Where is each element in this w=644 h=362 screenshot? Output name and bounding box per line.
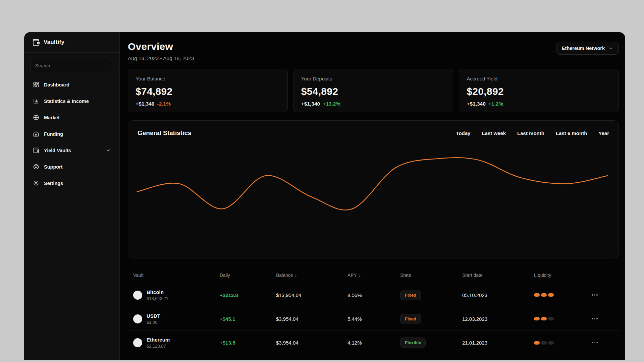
apy-value: 5.44% [347,316,400,322]
date-range: Aug 13, 2023 - Aug 18, 2023 [128,55,194,61]
start-date: 05.10.2023 [462,292,534,298]
globe-icon [33,114,39,121]
accrued-yield-card: Accrued Yield $20,892 +$1,340 +1.2% [459,69,619,112]
network-selector-button[interactable]: Ethereum Network [556,42,619,55]
asset-name: USDT [147,313,160,319]
column-header-liquidity: Liquidity [534,273,592,278]
brand-name: Vaultify [44,39,64,46]
card-change-pct: +1.2% [488,101,503,107]
sort-down-icon: ↓ [295,273,297,278]
column-header-vault: Vault [133,273,220,278]
start-date: 12.03.2023 [462,316,534,322]
state-badge: Fixed [400,314,421,324]
life-buoy-icon [33,164,39,170]
page-title: Overview [128,41,194,52]
vaults-table: Vault Daily Balance↓ APY↓ State Start da… [128,267,619,355]
bar-chart-icon [33,98,39,104]
balance-value: $3,954.04 [276,340,347,346]
sidebar-item-label: Dashboard [44,82,69,87]
wallet-logo-icon [32,39,40,46]
sidebar-item-label: Support [44,164,63,170]
filter-last-month[interactable]: Last month [517,130,544,136]
dashboard-icon [33,81,39,88]
card-label: Your Deposits [301,76,446,81]
card-label: Accrued Yield [467,76,611,81]
asset-price: $13,643.21 [147,296,168,301]
sidebar-item-yield-vaults[interactable]: Yield Vaults [30,142,113,159]
daily-change: +$213.8 [220,292,276,298]
filter-last-6-month[interactable]: Last 6 month [556,130,587,136]
coin-avatar [133,291,142,300]
asset-price: $1.00 [147,320,160,325]
daily-change: +$13.5 [220,340,276,346]
sidebar-item-statistics-income[interactable]: Statistics & Income [30,93,113,109]
row-menu-button[interactable] [592,318,600,319]
gear-icon [33,180,39,186]
apy-value: 4.12% [347,340,400,346]
sidebar-item-label: Statistics & Income [44,99,89,104]
sidebar-item-dashboard[interactable]: Dashboard [30,76,113,93]
sort-down-icon: ↓ [359,273,361,278]
sidebar-item-label: Funding [44,131,63,137]
card-change: +$1,340 [136,101,154,107]
asset-name: Bitcoin [147,289,168,295]
row-menu-button[interactable] [592,294,600,296]
sidebar-item-market[interactable]: Market [30,109,113,126]
row-menu-button[interactable] [592,342,600,344]
coin-avatar [133,338,142,347]
state-badge: Flexible [400,338,426,348]
chart-time-filters: Today Last week Last month Last 6 month … [456,130,609,136]
deposits-card: Your Deposits $54,892 +$1,340 +13.2% [293,69,453,112]
chevron-down-icon[interactable] [106,148,111,153]
wallet-icon [33,147,39,154]
filter-year[interactable]: Year [598,130,609,136]
column-header-apy[interactable]: APY↓ [347,273,400,278]
card-value: $74,892 [136,86,280,97]
card-label: Your Balance [136,76,280,81]
card-value: $54,892 [301,86,446,97]
column-header-start-date: Start date [462,273,534,278]
statistics-chart [134,154,612,254]
app-window: Vaultify Dashboard Statisti [24,32,625,360]
filter-today[interactable]: Today [456,130,470,136]
liquidity-indicator [534,293,592,297]
card-change-pct: +13.2% [323,101,340,107]
column-header-balance[interactable]: Balance↓ [276,273,347,278]
sidebar-item-label: Yield Vaults [44,148,71,153]
balance-value: $3,954.04 [276,316,347,322]
table-row-bitcoin[interactable]: Bitcoin $13,643.21 +$213.8 $13,954.04 8.… [128,283,619,307]
card-change-pct: -2.1% [157,101,171,107]
start-date: 21.01.2023 [462,340,534,346]
sidebar: Vaultify Dashboard Statisti [24,32,120,360]
table-row-ethereum[interactable]: Ethereum $2,123.87 +$13.5 $3,954.04 4.12… [128,331,619,355]
card-change: +$1,340 [301,101,320,107]
coin-avatar [133,314,142,323]
asset-name: Ethereum [147,337,170,343]
search-input[interactable] [31,63,113,68]
table-header-row: Vault Daily Balance↓ APY↓ State Start da… [128,267,619,283]
statistics-line [137,158,608,210]
sidebar-item-label: Market [44,115,60,120]
column-header-daily: Daily [220,273,276,278]
liquidity-indicator [534,317,592,320]
table-row-usdt[interactable]: USDT $1.00 +$45.1 $3,954.04 5.44% Fixed … [128,307,619,331]
chevron-down-icon [608,46,613,51]
sidebar-item-settings[interactable]: Settings [30,175,113,191]
daily-change: +$45.1 [220,316,276,322]
apy-value: 8.56% [347,292,400,298]
sidebar-item-label: Settings [44,181,63,186]
asset-price: $2,123.87 [147,344,170,349]
home-icon [33,131,39,137]
sidebar-nav: Dashboard Statistics & Income Market [24,76,119,191]
general-statistics-panel: General Statistics Today Last week Last … [128,120,619,258]
sidebar-item-funding[interactable]: Funding [30,126,113,142]
card-value: $20,892 [467,86,611,97]
sidebar-item-support[interactable]: Support [30,159,113,175]
column-header-state: State [400,273,462,278]
balance-value: $13,954.04 [276,292,347,298]
network-selector-label: Ethereum Network [562,46,605,51]
card-change: +$1,340 [467,101,485,107]
main-content: Overview Aug 13, 2023 - Aug 18, 2023 Eth… [120,32,625,360]
filter-last-week[interactable]: Last week [482,130,506,136]
balance-card: Your Balance $74,892 +$1,340 -2.1% [128,69,288,112]
